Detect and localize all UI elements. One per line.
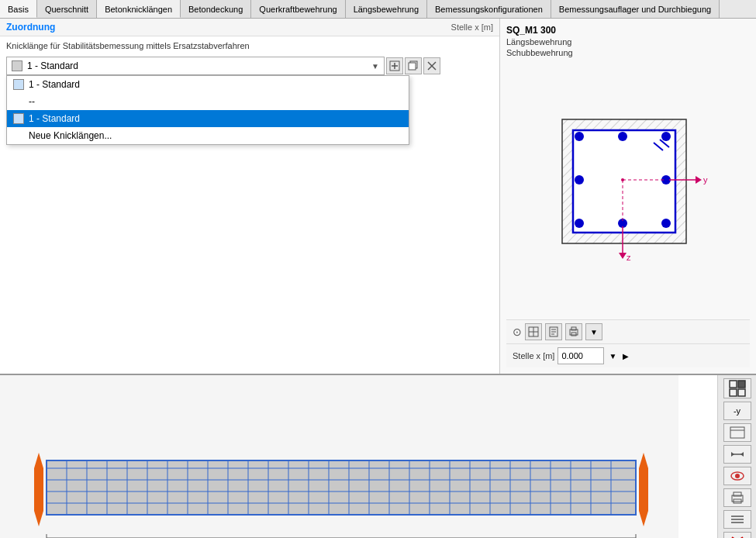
view-3d-btn[interactable]: [723, 423, 751, 442]
tab-basis[interactable]: Basis: [0, 0, 37, 18]
svg-rect-88: [738, 389, 745, 396]
svg-point-13: [661, 219, 671, 228]
stelle-row: Stelle x [m] ▼ ▶: [506, 343, 750, 367]
support-right: [639, 453, 648, 526]
item-no-color: [13, 96, 24, 107]
stelle-label: Stelle x [m]: [513, 351, 554, 360]
tab-betonknicklaengen[interactable]: Betonknicklängen: [97, 0, 181, 18]
svg-marker-26: [696, 176, 702, 184]
tab-querschnitt[interactable]: Querschnitt: [37, 0, 97, 18]
list-btn[interactable]: [723, 510, 751, 529]
close-red-btn[interactable]: [723, 532, 751, 538]
dropdown-item-separator[interactable]: --: [7, 93, 409, 110]
svg-point-12: [575, 219, 584, 228]
svg-point-95: [735, 474, 740, 478]
delete-icon: [426, 60, 437, 71]
section-label: Knicklänge für Stabilitätsbemessung mitt…: [0, 36, 499, 53]
list-icon: [730, 513, 745, 526]
svg-rect-89: [730, 427, 744, 438]
cross-section-diagram: z y: [506, 67, 750, 319]
grid-icon-btn[interactable]: [723, 378, 751, 398]
view-icon-btn[interactable]: [525, 323, 542, 340]
y-axis-label: y: [703, 175, 708, 185]
svg-point-11: [661, 132, 671, 141]
add-icon-btn[interactable]: [386, 57, 403, 74]
svg-point-20: [621, 178, 624, 181]
svg-marker-93: [740, 452, 744, 457]
tab-querkraftbewehrung[interactable]: Querkraftbewehrung: [251, 0, 345, 18]
item-no-color-new: [13, 130, 24, 141]
eye-icon: [730, 470, 745, 482]
left-panel: Zuordnung Stelle x [m] Knicklänge für St…: [0, 19, 500, 374]
item-label-separator: --: [29, 96, 35, 107]
axis-y-btn[interactable]: -y: [723, 402, 751, 420]
pos-arrow-down[interactable]: ▼: [607, 350, 618, 362]
svg-rect-41: [34, 488, 43, 511]
right-panel-line1: Längsbewehrung: [506, 37, 750, 47]
print-icon-btn[interactable]: [565, 323, 582, 340]
export-icon: [548, 326, 559, 337]
filter-icon[interactable]: ⊙: [513, 326, 522, 338]
svg-rect-4: [409, 63, 416, 70]
delete-icon-btn[interactable]: [423, 57, 440, 74]
nav-tabs: Basis Querschnitt Betonknicklängen Beton…: [0, 0, 756, 19]
right-panel: SQ_M1 300 Längsbewehrung Schubbewehrung: [500, 19, 756, 374]
beam-panel: 4.000 m: [0, 375, 717, 538]
resize-btn[interactable]: [723, 445, 751, 464]
z-axis-label: z: [627, 253, 631, 262]
svg-rect-87: [730, 389, 737, 396]
dropdown-item-new[interactable]: Neue Knicklängen...: [7, 127, 409, 144]
print2-btn[interactable]: [723, 488, 751, 507]
options-icon-btn[interactable]: ▼: [585, 323, 602, 340]
dropdown-container: 1 - Standard ▼: [0, 53, 499, 78]
main-content: Zuordnung Stelle x [m] Knicklänge für St…: [0, 19, 756, 375]
right-panel-title: SQ_M1 300: [506, 25, 750, 36]
item-label-1: 1 - Standard: [29, 113, 80, 124]
dropdown-item-1[interactable]: 1 - Standard: [7, 110, 409, 127]
item-color-1: [13, 113, 24, 124]
svg-marker-92: [731, 452, 734, 457]
panel-header: Zuordnung Stelle x [m]: [0, 19, 499, 36]
tab-laengsbewehrung[interactable]: Längsbewehrung: [346, 0, 427, 18]
right-panel-line2: Schubbewehrung: [506, 48, 750, 57]
item-label-new: Neue Knicklängen...: [29, 130, 112, 141]
position-row: ⊙: [506, 319, 750, 343]
tab-betondeckung[interactable]: Betondeckung: [181, 0, 251, 18]
tab-bemessungskonfigurationen[interactable]: Bemessungskonfigurationen: [427, 0, 551, 18]
right-toolbar: -y: [717, 375, 756, 538]
svg-point-15: [618, 132, 627, 141]
copy-icon: [408, 60, 419, 71]
pos-arrow-right[interactable]: ▶: [621, 350, 630, 362]
copy-icon-btn[interactable]: [405, 57, 422, 74]
grid-icon: [728, 379, 747, 398]
cross-section-svg: z y: [539, 104, 717, 282]
eye-btn[interactable]: [723, 467, 751, 485]
dropdown-selected-value: 1 - Standard: [27, 60, 78, 71]
tab-bemessungsauflager[interactable]: Bemessungsauflager und Durchbiegung: [551, 0, 720, 18]
resize-icon: [730, 448, 745, 460]
svg-rect-85: [730, 381, 737, 388]
view-3d-icon: [730, 426, 745, 439]
add-icon: [389, 60, 400, 71]
panel-subtitle: Stelle x [m]: [451, 22, 493, 32]
export-icon-btn[interactable]: [545, 323, 562, 340]
close-red-icon: [730, 535, 745, 538]
dropdown-select[interactable]: 1 - Standard ▼: [6, 57, 385, 75]
beam-svg: 4.000 m: [0, 375, 678, 538]
svg-point-10: [575, 132, 584, 141]
dropdown-arrow-icon[interactable]: ▼: [371, 62, 379, 71]
svg-point-16: [575, 175, 584, 185]
print-icon: [568, 326, 579, 337]
stelle-input[interactable]: [558, 347, 604, 364]
svg-marker-24: [619, 253, 627, 259]
support-left: [34, 453, 43, 526]
svg-rect-86: [738, 381, 745, 388]
dropdown-item-0[interactable]: 1 - Standard: [7, 76, 409, 93]
dropdown-list: 1 - Standard -- 1 - Standard Neue Knickl…: [6, 75, 409, 145]
view-icon: [528, 326, 539, 337]
bottom-area: 4.000 m -y: [0, 375, 756, 538]
dropdown-color-indicator: [12, 60, 22, 71]
print2-icon: [730, 491, 745, 504]
panel-title: Zuordnung: [6, 22, 55, 33]
svg-rect-45: [639, 488, 648, 511]
